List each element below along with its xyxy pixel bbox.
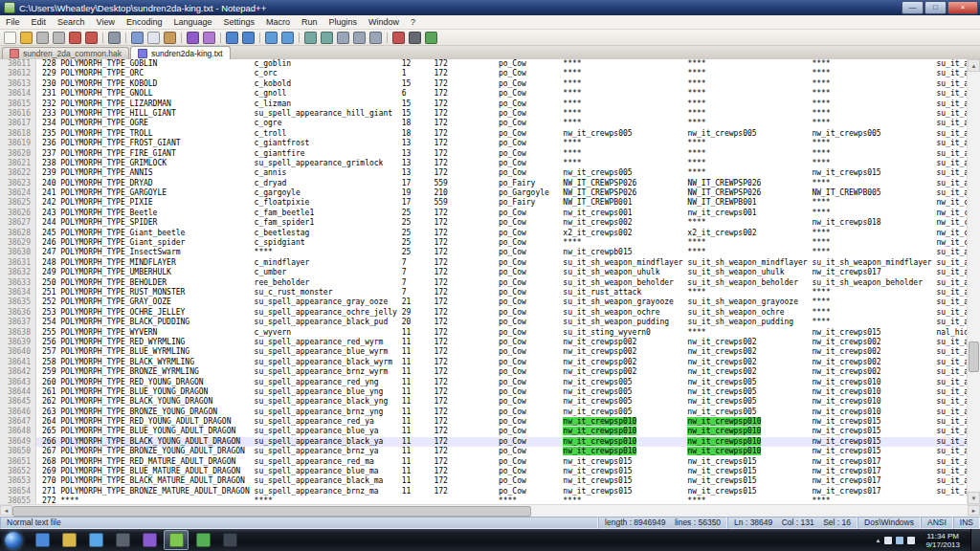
line-number[interactable]: 38633	[0, 278, 36, 288]
horizontal-scroll-thumb[interactable]	[12, 506, 531, 517]
show-desktop-button[interactable]	[970, 529, 980, 551]
menu-item-window[interactable]: Window	[363, 15, 405, 29]
line-number[interactable]: 38646	[0, 408, 36, 417]
new-file-button[interactable]	[2, 31, 18, 45]
editor-line[interactable]: 38652269 POLYMORPH_TYPE_BLUE_MATURE_ADUL…	[0, 467, 967, 476]
zoom-out-button[interactable]	[279, 31, 296, 45]
editor-line[interactable]: 38635252 POLYMORPH_TYPE_GRAY_OOZE su_spe…	[0, 298, 967, 307]
line-number[interactable]: 38632	[0, 268, 36, 277]
line-number[interactable]: 38627	[0, 218, 36, 228]
menu-item-plugins[interactable]: Plugins	[323, 15, 364, 29]
text-area[interactable]: 38611228 POLYMORPH_TYPE_GOBLIN c_goblin …	[0, 59, 967, 504]
horizontal-scrollbar[interactable]: ◄ ►	[0, 504, 980, 517]
editor-line[interactable]: 38638255 POLYMORPH_TYPE_WYVERN c_wyvern …	[0, 328, 967, 338]
editor-line[interactable]: 38612229 POLYMORPH_TYPE_ORC c_orc 1 172 …	[0, 69, 967, 78]
editor-line[interactable]: 38653270 POLYMORPH_TYPE_BLACK_MATURE_ADU…	[0, 476, 967, 486]
editor-line[interactable]: 38633250 POLYMORPH_TYPE_BEHOLDER ree_beh…	[0, 278, 967, 288]
close-button[interactable]: ×	[947, 1, 978, 14]
menu-item-file[interactable]: File	[0, 15, 26, 29]
editor-line[interactable]: 38636253 POLYMORPH_TYPE_OCHRE_JELLEY su_…	[0, 308, 967, 318]
editor-line[interactable]: 38642259 POLYMORPH_TYPE_BRONZE_WYRMLING …	[0, 367, 967, 377]
line-number[interactable]: 38639	[0, 338, 36, 347]
volume-icon[interactable]	[907, 537, 915, 544]
replace-button[interactable]	[240, 31, 256, 45]
line-number[interactable]: 38637	[0, 318, 36, 327]
editor-line[interactable]: 38621238 POLYMORPH_TYPE_GRIMLOCK su_spel…	[0, 159, 967, 168]
undo-button[interactable]	[185, 31, 201, 45]
network-icon[interactable]	[896, 537, 903, 544]
find-button[interactable]	[224, 31, 240, 45]
editor-line[interactable]: 38615232 POLYMORPH_TYPE_LIZARDMAN c_lizm…	[0, 99, 967, 109]
editor-line[interactable]: 38622239 POLYMORPH_TYPE_ANNIS c_annis 13…	[0, 168, 967, 178]
menu-item-language[interactable]: Language	[167, 15, 217, 29]
editor-line[interactable]: 38623240 POLYMORPH_TYPE_DRYAD c_dryad 17…	[0, 179, 967, 188]
taskbar-app-app-5[interactable]	[137, 530, 162, 550]
menu-item-settings[interactable]: Settings	[218, 15, 261, 29]
taskbar-app-notepadpp[interactable]	[164, 530, 189, 550]
save-file-button[interactable]	[34, 31, 51, 45]
play-macro-button[interactable]	[423, 31, 439, 45]
editor-line[interactable]: 38651268 POLYMORPH_TYPE_RED_MATURE_ADULT…	[0, 457, 967, 467]
line-number[interactable]: 38624	[0, 188, 36, 198]
sync-vertical-scroll-button[interactable]	[302, 31, 319, 45]
save-all-button[interactable]	[51, 31, 67, 45]
editor-line[interactable]: 38614231 POLYMORPH_TYPE_GNOLL c_gnoll 6 …	[0, 89, 967, 99]
editor-line[interactable]: 38639256 POLYMORPH_TYPE_RED_WYRMLING su_…	[0, 338, 967, 347]
taskbar-app-windows-explorer[interactable]	[56, 530, 81, 550]
show-all-characters-button[interactable]	[351, 31, 368, 45]
line-number[interactable]: 38625	[0, 198, 36, 208]
line-number[interactable]: 38644	[0, 387, 36, 397]
cut-button[interactable]	[129, 31, 145, 45]
editor-line[interactable]: 38648265 POLYMORPH_TYPE_BLUE_YOUNG_ADULT…	[0, 427, 967, 436]
line-number[interactable]: 38612	[0, 69, 36, 78]
taskbar-app-app-8[interactable]	[217, 530, 242, 550]
line-number[interactable]: 38622	[0, 168, 36, 178]
taskbar-app-app-7[interactable]	[190, 530, 215, 550]
line-number[interactable]: 38611	[0, 59, 36, 69]
editor-line[interactable]: 38632249 POLYMORPH_TYPE_UMBERHULK c_umbe…	[0, 268, 967, 277]
line-number[interactable]: 38620	[0, 149, 36, 159]
line-number[interactable]: 38652	[0, 467, 36, 476]
record-macro-button[interactable]	[390, 31, 407, 45]
vertical-scroll-thumb[interactable]	[969, 342, 979, 372]
editor-line[interactable]: 38620237 POLYMORPH_TYPE_FIRE_GIANT c_gia…	[0, 149, 967, 159]
line-number[interactable]: 38642	[0, 367, 36, 377]
editor-line[interactable]: 38611228 POLYMORPH_TYPE_GOBLIN c_goblin …	[0, 59, 967, 69]
maximize-button[interactable]: □	[924, 1, 947, 14]
menu-item-encoding[interactable]: Encoding	[121, 15, 168, 29]
editor-line[interactable]: 38630247 POLYMORPH_TYPE_InsectSwarm ****…	[0, 248, 967, 257]
line-number[interactable]: 38638	[0, 328, 36, 338]
line-number[interactable]: 38635	[0, 298, 36, 307]
line-number[interactable]: 38655	[0, 496, 36, 504]
editor-line[interactable]: 38655272 **** **** **** **** **** ****	[0, 496, 967, 504]
scroll-right-arrow-icon[interactable]: ►	[968, 505, 980, 516]
editor-line[interactable]: 38634251 POLYMORPH_TYPE_RUST_MONSTER su_…	[0, 288, 967, 298]
editor-line[interactable]: 38641258 POLYMORPH_TYPE_BLACK_WYRMLING s…	[0, 358, 967, 367]
line-number[interactable]: 38649	[0, 437, 36, 447]
line-number[interactable]: 38623	[0, 179, 36, 188]
scroll-left-arrow-icon[interactable]: ◄	[0, 505, 12, 516]
eol-format-status[interactable]: Dos\Windows	[858, 517, 921, 529]
menu-item-search[interactable]: Search	[52, 15, 91, 29]
tab-sundren_2da_common.hak[interactable]: sundren_2da_common.hak	[2, 47, 129, 59]
line-number[interactable]: 38643	[0, 378, 36, 387]
editor-line[interactable]: 38643260 POLYMORPH_TYPE_RED_YOUNG_DRAGON…	[0, 378, 967, 387]
menu-item-run[interactable]: Run	[296, 15, 323, 29]
line-number[interactable]: 38645	[0, 397, 36, 407]
editor-line[interactable]: 38654271 POLYMORPH_TYPE_BRONZE_MATURE_AD…	[0, 487, 967, 496]
scroll-up-arrow-icon[interactable]: ▲	[968, 59, 980, 72]
line-number[interactable]: 38617	[0, 119, 36, 128]
close-file-button[interactable]	[67, 31, 83, 45]
line-number[interactable]: 38651	[0, 457, 36, 467]
paste-button[interactable]	[162, 31, 178, 45]
action-center-icon[interactable]	[884, 537, 892, 544]
editor-line[interactable]: 38624241 POLYMORPH_TYPE_GARGOYLE c_gargo…	[0, 188, 967, 198]
line-number[interactable]: 38653	[0, 476, 36, 486]
line-number[interactable]: 38641	[0, 358, 36, 367]
sync-horizontal-scroll-button[interactable]	[319, 31, 335, 45]
word-wrap-button[interactable]	[335, 31, 351, 45]
tray-expand-icon[interactable]: ▲	[875, 538, 880, 543]
copy-button[interactable]	[145, 31, 162, 45]
taskbar-clock[interactable]: 11:34 PM 9/17/2013	[925, 532, 960, 549]
line-number[interactable]: 38619	[0, 139, 36, 148]
